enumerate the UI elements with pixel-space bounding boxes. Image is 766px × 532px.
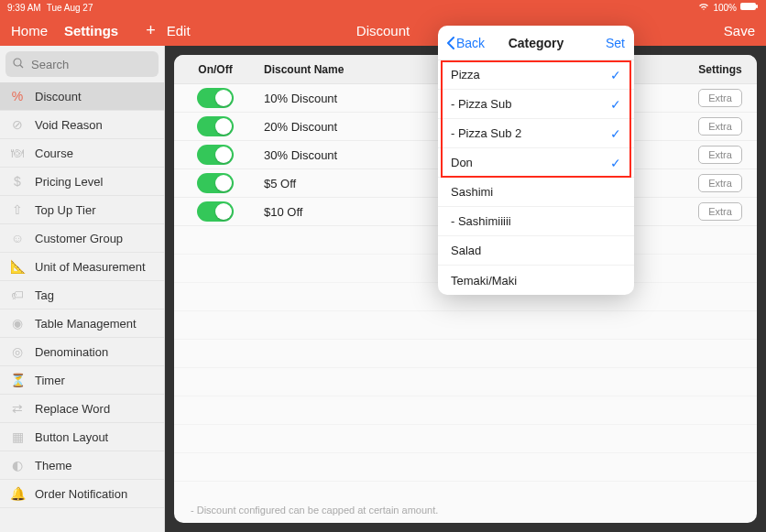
add-icon[interactable]: + [146,21,156,40]
popover-item[interactable]: Pizza ✓ [438,60,634,90]
sidebar-item-label: Unit of Measurement [35,260,146,274]
chevron-left-icon [447,37,454,49]
popover-item-label: Don [451,156,473,169]
popover-item[interactable]: - Sashimiiiii [438,207,634,236]
popover-item[interactable]: Salad [438,236,634,266]
sidebar-item-label: Top Up Tier [35,203,95,217]
popover-item[interactable]: Sashimi [438,178,634,207]
category-popover: Back Category Set Pizza ✓ - Pizza Sub ✓ … [438,26,634,295]
nav-home[interactable]: Home [11,23,48,38]
status-bar: 9:39 AM Tue Aug 27 100% [0,0,766,15]
sidebar: % Discount ⊘ Void Reason 🍽 Course $ Pric… [0,46,165,532]
popover-item[interactable]: - Pizza Sub 2 ✓ [438,119,634,148]
sidebar-item-label: Table Management [35,317,137,331]
layout-icon: ▦ [9,429,26,445]
sidebar-item-unit-measurement[interactable]: 📐 Unit of Measurement [0,253,164,281]
sidebar-item-label: Denomination [35,345,108,359]
popover-back-label: Back [456,36,485,50]
sidebar-item-pricing-level[interactable]: $ Pricing Level [0,168,164,196]
sidebar-item-customer-group[interactable]: ☺ Customer Group [0,224,164,253]
wifi-icon [698,2,709,13]
battery-icon [740,2,759,13]
sidebar-item-label: Customer Group [35,232,123,245]
popover-item[interactable]: Temaki/Maki [438,266,634,295]
extra-button[interactable]: Extra [698,117,742,136]
check-icon: ✓ [610,68,621,82]
sidebar-item-discount[interactable]: % Discount [0,82,164,111]
sidebar-item-table-management[interactable]: ◉ Table Management [0,309,164,338]
sidebar-item-top-up-tier[interactable]: ⇧ Top Up Tier [0,196,164,224]
popover-item-label: Sashimi [451,185,493,199]
empty-row [174,340,757,368]
empty-row [174,368,757,396]
sidebar-item-button-layout[interactable]: ▦ Button Layout [0,423,164,451]
pricing-icon: $ [9,173,26,190]
toggle-switch[interactable] [197,88,234,108]
search-icon [13,58,24,71]
sidebar-item-label: Button Layout [35,430,108,444]
extra-button[interactable]: Extra [698,174,742,192]
sidebar-item-label: Discount [35,90,82,103]
sidebar-item-label: Tag [35,288,54,302]
search-input[interactable] [5,51,159,77]
sidebar-item-denomination[interactable]: ◎ Denomination [0,338,164,366]
sidebar-item-theme[interactable]: ◐ Theme [0,451,164,480]
popover-item-label: - Sashimiiiii [451,214,511,228]
sidebar-item-label: Void Reason [35,118,103,132]
svg-rect-1 [756,5,758,8]
footnote: - Discount configured can be capped at c… [191,505,438,516]
empty-row [174,311,757,340]
topup-icon: ⇧ [9,201,26,218]
toggle-switch[interactable] [197,145,234,165]
popover-set[interactable]: Set [606,36,625,50]
popover-item[interactable]: - Pizza Sub ✓ [438,90,634,119]
table-icon: ◉ [9,315,26,331]
popover-item-label: - Pizza Sub [451,97,511,111]
nav-settings[interactable]: Settings [64,23,118,38]
status-date: Tue Aug 27 [47,3,93,13]
nav-bar: Home Settings + Edit Discount Save [0,15,766,46]
nav-edit[interactable]: Edit [167,23,191,38]
svg-rect-0 [740,3,756,10]
sidebar-item-replace-word[interactable]: ⇄ Replace Word [0,395,164,423]
popover-item-label: Pizza [451,68,480,81]
popover-item-label: Salad [451,244,481,257]
sidebar-item-label: Course [35,147,73,160]
tag-icon: 🏷 [9,287,26,303]
void-icon: ⊘ [9,116,26,133]
sidebar-item-void-reason[interactable]: ⊘ Void Reason [0,111,164,139]
replace-icon: ⇄ [9,400,26,417]
col-header-onoff: On/Off [174,63,257,76]
empty-row [174,396,757,425]
toggle-switch[interactable] [197,201,234,222]
svg-point-2 [14,59,21,66]
nav-title: Discount [356,23,410,38]
course-icon: 🍽 [9,145,26,161]
sidebar-item-tag[interactable]: 🏷 Tag [0,281,164,309]
popover-item[interactable]: Don ✓ [438,148,634,178]
extra-button[interactable]: Extra [698,146,742,164]
status-time: 9:39 AM [7,3,41,13]
extra-button[interactable]: Extra [698,89,742,107]
theme-icon: ◐ [9,457,26,473]
sidebar-item-label: Theme [35,459,71,472]
sidebar-item-course[interactable]: 🍽 Course [0,139,164,168]
ruler-icon: 📐 [9,258,26,275]
nav-save[interactable]: Save [724,23,755,38]
toggle-switch[interactable] [197,116,234,136]
sidebar-item-label: Pricing Level [35,175,103,189]
extra-button[interactable]: Extra [698,202,742,221]
popover-item-label: - Pizza Sub 2 [451,126,521,140]
svg-line-3 [20,65,23,68]
empty-row [174,425,757,453]
sidebar-item-order-notification[interactable]: 🔔 Order Notification [0,480,164,508]
toggle-switch[interactable] [197,173,234,193]
check-icon: ✓ [610,156,621,170]
popover-item-label: Temaki/Maki [451,274,517,288]
popover-back[interactable]: Back [447,36,485,50]
sidebar-item-timer[interactable]: ⏳ Timer [0,366,164,395]
popover-title: Category [509,36,564,50]
sidebar-item-label: Replace Word [35,402,110,416]
sidebar-item-label: Timer [35,374,65,387]
notification-icon: 🔔 [9,485,26,502]
